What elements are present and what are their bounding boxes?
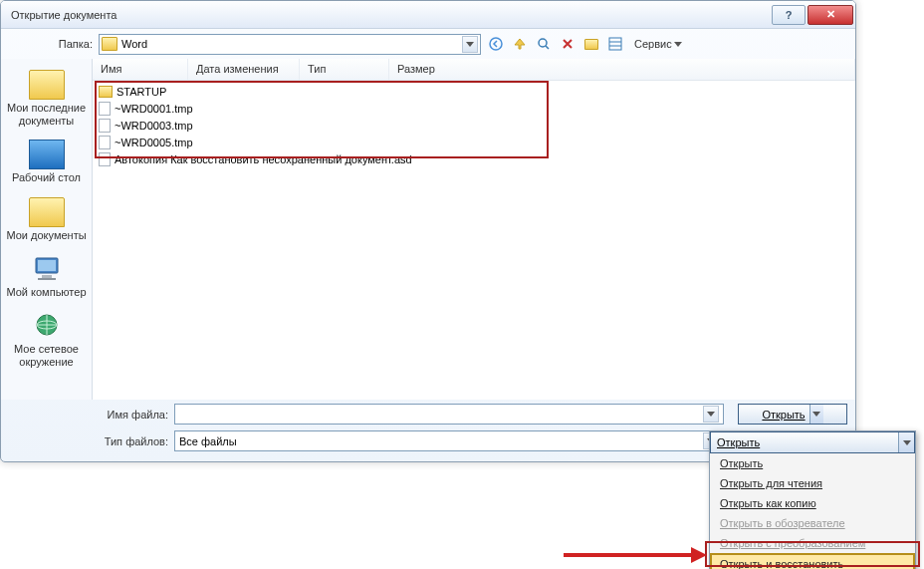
open-dropdown-menu: Открыть Открыть Открыть для чтения Откры… (709, 430, 916, 569)
folder-label: Папка: (9, 38, 93, 50)
folder-row: Папка: Word Сервис (1, 29, 855, 59)
list-item[interactable]: ~WRD0005.tmp (97, 134, 851, 150)
menu-open-browser: Открыть в обозревателе (710, 513, 915, 533)
filetype-label: Тип файлов: (1, 435, 168, 447)
dropdown-header[interactable]: Открыть (710, 431, 915, 453)
menu-open-transform: Открыть с преобразованием (710, 533, 915, 553)
folder-combo[interactable]: Word (99, 34, 481, 55)
list-item[interactable]: ~WRD0003.tmp (97, 117, 851, 134)
list-item[interactable]: STARTUP (97, 83, 851, 100)
menu-open-readonly[interactable]: Открыть для чтения (710, 473, 915, 493)
dialog-body: Мои последние документы Рабочий стол Мои… (1, 59, 855, 400)
open-split-arrow[interactable] (809, 405, 823, 424)
svg-point-1 (539, 39, 547, 47)
filename-input[interactable] (174, 404, 724, 425)
chevron-down-icon (898, 432, 914, 452)
folder-icon (99, 86, 113, 98)
svg-rect-9 (38, 278, 56, 280)
new-folder-icon[interactable] (582, 35, 600, 53)
col-modified[interactable]: Дата изменения (188, 59, 300, 80)
chevron-down-icon[interactable] (462, 36, 478, 53)
filetype-combo[interactable]: Все файлы (174, 430, 724, 451)
svg-rect-7 (38, 260, 56, 271)
window-title: Открытие документа (11, 9, 770, 21)
place-network[interactable]: Мое сетевое окружение (1, 306, 92, 374)
folder-icon (102, 37, 117, 51)
folder-value: Word (121, 38, 147, 50)
file-icon (99, 152, 111, 166)
file-icon (99, 136, 111, 149)
list-item[interactable]: Автокопия Как восстановить несохраненный… (97, 150, 851, 167)
svg-line-2 (546, 46, 549, 49)
filename-label: Имя файла: (1, 409, 168, 421)
views-icon[interactable] (606, 35, 624, 53)
search-icon[interactable] (535, 35, 553, 53)
annotation-arrow (564, 550, 713, 560)
titlebar: Открытие документа ? ✕ (1, 1, 855, 29)
file-icon (99, 119, 111, 133)
svg-rect-3 (609, 38, 621, 50)
col-type[interactable]: Тип (300, 59, 389, 80)
col-size[interactable]: Размер (389, 59, 855, 80)
file-list[interactable]: Имя Дата изменения Тип Размер STARTUP ~W… (93, 59, 855, 400)
open-file-dialog: Открытие документа ? ✕ Папка: Word Серви… (0, 0, 856, 462)
svg-point-0 (490, 38, 502, 50)
place-desktop[interactable]: Рабочий стол (1, 135, 92, 189)
place-recent[interactable]: Мои последние документы (1, 65, 92, 133)
menu-open-copy[interactable]: Открыть как копию (710, 493, 915, 513)
menu-open[interactable]: Открыть (710, 453, 915, 473)
column-headers: Имя Дата изменения Тип Размер (93, 59, 855, 81)
service-menu[interactable]: Сервис (630, 38, 686, 50)
svg-rect-8 (42, 275, 52, 278)
delete-icon[interactable] (559, 35, 577, 53)
place-mydocs[interactable]: Мои документы (1, 192, 92, 247)
close-button[interactable]: ✕ (808, 5, 853, 25)
open-button[interactable]: Открыть (738, 404, 847, 425)
file-rows: STARTUP ~WRD0001.tmp ~WRD0003.tmp ~WRD00… (93, 81, 855, 169)
back-icon[interactable] (487, 35, 505, 53)
menu-open-repair[interactable]: Открыть и восстановить (710, 553, 915, 569)
list-item[interactable]: ~WRD0001.tmp (97, 100, 851, 117)
col-name[interactable]: Имя (93, 59, 188, 80)
places-bar: Мои последние документы Рабочий стол Мои… (1, 59, 93, 400)
help-button[interactable]: ? (772, 5, 806, 25)
chevron-down-icon[interactable] (703, 406, 719, 423)
toolbar: Сервис (487, 35, 686, 53)
chevron-down-icon (674, 42, 682, 47)
file-icon (99, 102, 111, 116)
up-icon[interactable] (511, 35, 529, 53)
place-mycomp[interactable]: Мой компьютер (1, 249, 92, 304)
